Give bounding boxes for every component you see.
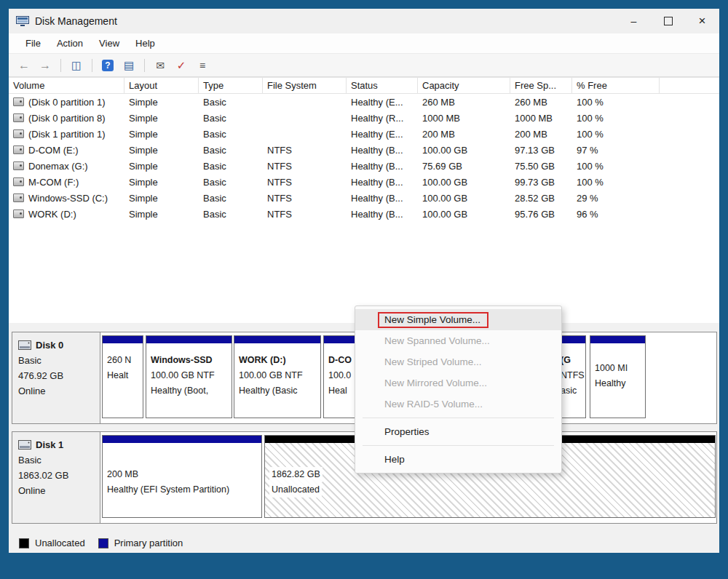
free-cell: 99.73 GB — [510, 177, 572, 188]
capacity-cell: 1000 MB — [418, 113, 510, 124]
list-glyph: ≡ — [199, 60, 205, 71]
partition-1000mb[interactable]: 1000 MI Healthy — [590, 335, 646, 418]
disk-type: Basic — [18, 355, 94, 366]
app-icon — [16, 16, 29, 27]
layout-cell: Simple — [124, 97, 199, 108]
list-icon[interactable]: ≡ — [193, 57, 212, 74]
help-icon[interactable]: ? — [98, 57, 117, 74]
primary-partition-swatch — [98, 538, 108, 548]
unallocated-swatch — [19, 538, 29, 548]
disk-name: Disk 1 — [36, 439, 63, 450]
menu-item-label: New Spanned Volume... — [384, 335, 490, 346]
column-volume[interactable]: Volume — [9, 78, 124, 93]
window-title: Disk Management — [35, 15, 117, 27]
partition-line: 100.00 GB NTF — [151, 368, 227, 383]
pct-cell: 100 % — [572, 161, 660, 172]
capacity-cell: 100.00 GB — [418, 209, 510, 220]
close-button[interactable]: × — [685, 9, 719, 33]
volume-icon — [13, 97, 24, 106]
partition-recovery-260mb[interactable]: 260 N Healt — [102, 335, 143, 418]
maximize-button[interactable] — [651, 9, 685, 33]
partition-efi-system[interactable]: 200 MB Healthy (EFI System Partition) — [102, 435, 262, 518]
free-cell: 75.50 GB — [510, 161, 572, 172]
comment-glyph: ✉ — [156, 60, 165, 71]
console-tree-icon[interactable]: ◫ — [67, 57, 86, 74]
layout-cell: Simple — [124, 193, 199, 204]
free-cell: 1000 MB — [510, 113, 572, 124]
fs-cell: NTFS — [263, 161, 347, 172]
volume-row-6[interactable]: Windows-SSD (C:) Simple Basic NTFS Healt… — [9, 190, 719, 206]
primary-partition-label: Primary partition — [114, 538, 183, 548]
window-controls: – × — [617, 9, 719, 33]
menu-bar: File Action View Help — [9, 33, 719, 54]
volume-row-3[interactable]: D-COM (E:) Simple Basic NTFS Healthy (B.… — [9, 142, 719, 158]
menu-item-help[interactable]: Help — [355, 449, 561, 470]
pct-cell: 100 % — [572, 97, 660, 108]
volume-row-4[interactable]: Donemax (G:) Simple Basic NTFS Healthy (… — [9, 158, 719, 174]
layout-cell: Simple — [124, 209, 199, 220]
fs-cell: NTFS — [263, 209, 347, 220]
volume-icon — [13, 113, 24, 122]
column-type[interactable]: Type — [199, 78, 263, 93]
status-cell: Healthy (R... — [347, 113, 418, 124]
type-cell: Basic — [199, 193, 263, 204]
status-cell: Healthy (B... — [347, 145, 418, 156]
volume-name: D-COM (E:) — [28, 145, 79, 156]
disk-type: Basic — [18, 455, 94, 466]
legend: Unallocated Primary partition — [9, 533, 719, 553]
volume-icon — [13, 161, 24, 170]
partition-line: Healthy (EFI System Partition) — [107, 482, 257, 498]
menu-help[interactable]: Help — [127, 36, 163, 51]
menu-action[interactable]: Action — [49, 36, 91, 51]
column-pct-free[interactable]: % Free — [572, 78, 660, 93]
type-cell: Basic — [199, 129, 263, 140]
titlebar: Disk Management – × — [9, 9, 719, 33]
column-capacity[interactable]: Capacity — [418, 78, 510, 93]
volume-row-0[interactable]: (Disk 0 partition 1) Simple Basic Health… — [9, 94, 719, 110]
partition-line: 100.00 GB NTF — [239, 368, 316, 383]
partition-band — [103, 436, 261, 443]
disk-status: Online — [18, 485, 94, 496]
type-cell: Basic — [199, 145, 263, 156]
menu-view[interactable]: View — [91, 36, 127, 51]
volume-row-1[interactable]: (Disk 0 partition 8) Simple Basic Health… — [9, 110, 719, 126]
menu-item-new-simple-volume[interactable]: New Simple Volume... — [355, 309, 561, 330]
menu-item-new-raid5-volume: New RAID-5 Volume... — [355, 394, 561, 415]
column-file-system[interactable]: File System — [263, 78, 347, 93]
back-icon[interactable]: ← — [15, 57, 33, 74]
pct-cell: 29 % — [572, 193, 660, 204]
menu-item-properties[interactable]: Properties — [355, 421, 561, 442]
check-icon[interactable]: ✓ — [172, 57, 191, 74]
capacity-cell: 100.00 GB — [418, 145, 510, 156]
forward-arrow-glyph: → — [39, 59, 51, 72]
partition-line: Unallocated — [269, 482, 322, 498]
volume-row-2[interactable]: (Disk 1 partition 1) Simple Basic Health… — [9, 126, 719, 142]
pct-cell: 97 % — [572, 145, 660, 156]
volume-row-5[interactable]: M-COM (F:) Simple Basic NTFS Healthy (B.… — [9, 174, 719, 190]
forward-icon[interactable]: → — [36, 57, 55, 74]
column-layout[interactable]: Layout — [124, 78, 199, 93]
disk-1-info[interactable]: Disk 1 Basic 1863.02 GB Online — [12, 432, 100, 523]
action-pane-glyph: ▤ — [124, 59, 134, 72]
volume-icon — [13, 193, 24, 202]
column-free-space[interactable]: Free Sp... — [510, 78, 572, 93]
volume-row-7[interactable]: WORK (D:) Simple Basic NTFS Healthy (B..… — [9, 206, 719, 222]
column-status[interactable]: Status — [347, 78, 418, 93]
partition-windows-ssd[interactable]: Windows-SSD 100.00 GB NTF Healthy (Boot, — [146, 335, 232, 418]
toolbar: ← → ◫ ? ▤ ✉ ✓ ≡ — [9, 54, 719, 77]
unallocated-label: Unallocated — [35, 538, 85, 548]
minimize-button[interactable]: – — [617, 9, 651, 33]
disk-0-info[interactable]: Disk 0 Basic 476.92 GB Online — [12, 332, 100, 423]
partition-band — [146, 336, 232, 343]
annotation-red-box: New Simple Volume... — [378, 312, 488, 328]
fs-cell: NTFS — [263, 193, 347, 204]
comment-icon[interactable]: ✉ — [151, 57, 170, 74]
action-pane-icon[interactable]: ▤ — [119, 57, 138, 74]
menu-file[interactable]: File — [17, 36, 49, 51]
context-menu: New Simple Volume... New Spanned Volume.… — [355, 306, 562, 474]
help-glyph: ? — [102, 60, 114, 71]
column-filler — [660, 78, 719, 93]
menu-item-label: Properties — [384, 426, 430, 437]
volume-icon — [13, 145, 24, 154]
partition-work-d[interactable]: WORK (D:) 100.00 GB NTF Healthy (Basic — [234, 335, 321, 418]
